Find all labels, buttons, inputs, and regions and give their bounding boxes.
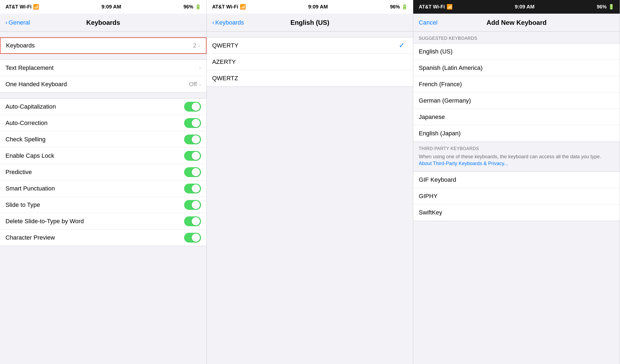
third-party-keyboards-group: GIF Keyboard GIPHY SwiftKey: [413, 171, 620, 221]
character-preview-toggle[interactable]: [184, 233, 201, 243]
check-spelling-row: Check Spelling: [0, 131, 206, 148]
delete-slide-to-type-row: Delete Slide-to-Type by Word: [0, 213, 206, 229]
one-handed-chevron-icon: ›: [199, 81, 201, 88]
keyboards-chevron-icon: ›: [199, 43, 200, 49]
layout-group: QWERTY ✓ AZERTY QWERTZ: [207, 37, 413, 87]
predictive-toggle[interactable]: [184, 167, 201, 177]
battery-icon-3: 🔋: [608, 4, 614, 10]
third-party-description: When using one of these keyboards, the k…: [419, 154, 601, 159]
smart-punctuation-row: Smart Punctuation: [0, 180, 206, 197]
time-1: 9:09 AM: [101, 4, 121, 10]
swiftkey-label: SwiftKey: [419, 209, 614, 216]
japanese-row[interactable]: Japanese: [413, 109, 620, 125]
qwerty-row[interactable]: QWERTY ✓: [207, 37, 413, 54]
battery-icon-2: 🔋: [401, 4, 408, 10]
panel-keyboards-settings: AT&T Wi-Fi 📶 9:09 AM 96% 🔋 ‹ General Key…: [0, 0, 207, 364]
auto-correction-toggle[interactable]: [184, 118, 201, 128]
back-to-general-label: General: [8, 19, 30, 26]
german-germany-row[interactable]: German (Germany): [413, 93, 620, 109]
status-bar-left-2: AT&T Wi-Fi 📶: [212, 4, 246, 10]
suggested-keyboards-group: English (US) Spanish (Latin America) Fre…: [413, 43, 620, 142]
status-bar-1: AT&T Wi-Fi 📶 9:09 AM 96% 🔋: [0, 0, 206, 14]
french-france-row[interactable]: French (France): [413, 76, 620, 93]
english-japan-label: English (Japan): [419, 130, 614, 137]
gif-keyboard-row[interactable]: GIF Keyboard: [413, 172, 620, 188]
keyboards-section: Keyboards 2 ›: [0, 37, 206, 54]
auto-correction-label: Auto-Correction: [5, 120, 184, 127]
enable-caps-lock-label: Enable Caps Lock: [5, 152, 184, 159]
azerty-row[interactable]: AZERTY: [207, 54, 413, 70]
status-bar-right-1: 96% 🔋: [184, 4, 201, 10]
back-to-keyboards-button[interactable]: ‹ Keyboards: [212, 19, 244, 26]
nav-title-2: English (US): [290, 19, 329, 26]
one-handed-keyboard-label: One Handed Keyboard: [5, 81, 189, 88]
back-to-general-button[interactable]: ‹ General: [5, 19, 30, 26]
carrier-3: AT&T Wi-Fi: [419, 4, 445, 10]
smart-punctuation-toggle[interactable]: [184, 184, 201, 193]
status-bar-right-2: 96% 🔋: [390, 4, 408, 10]
giphy-row[interactable]: GIPHY: [413, 188, 620, 204]
suggested-keyboards-header: SUGGESTED KEYBOARDS: [413, 32, 620, 43]
battery-3: 96%: [597, 4, 607, 10]
enable-caps-lock-toggle[interactable]: [184, 151, 201, 161]
delete-slide-to-type-label: Delete Slide-to-Type by Word: [5, 218, 184, 225]
text-replacement-chevron-icon: ›: [199, 65, 201, 71]
qwertz-label: QWERTZ: [212, 75, 408, 82]
qwerty-label: QWERTY: [212, 42, 399, 49]
back-chevron-icon-2: ‹: [212, 19, 214, 26]
carrier-2: AT&T Wi-Fi: [212, 4, 238, 10]
status-bar-2: AT&T Wi-Fi 📶 9:09 AM 96% 🔋: [207, 0, 413, 14]
character-preview-label: Character Preview: [5, 234, 184, 241]
character-preview-row: Character Preview: [0, 229, 206, 246]
azerty-label: AZERTY: [212, 58, 408, 65]
cancel-button[interactable]: Cancel: [419, 19, 437, 26]
text-replacement-section: Text Replacement › One Handed Keyboard O…: [0, 59, 206, 93]
swiftkey-row[interactable]: SwiftKey: [413, 204, 620, 221]
french-france-label: French (France): [419, 81, 614, 88]
panel-add-new-keyboard: AT&T Wi-Fi 📶 9:09 AM 96% 🔋 Cancel Add Ne…: [413, 0, 620, 364]
text-replacement-label: Text Replacement: [5, 64, 199, 71]
settings-scroll-area[interactable]: Keyboards 2 › Text Replacement › One Han…: [0, 32, 206, 364]
battery-2: 96%: [390, 4, 400, 10]
status-bar-left-1: AT&T Wi-Fi 📶: [5, 4, 39, 10]
auto-correction-row: Auto-Correction: [0, 115, 206, 131]
back-chevron-icon-1: ‹: [5, 19, 7, 26]
auto-capitalization-toggle[interactable]: [184, 102, 201, 112]
qwertz-row[interactable]: QWERTZ: [207, 70, 413, 86]
nav-bar-3: Cancel Add New Keyboard: [413, 14, 620, 32]
nav-bar-1: ‹ General Keyboards: [0, 14, 206, 32]
check-spelling-toggle[interactable]: [184, 135, 201, 144]
third-party-header: THIRD-PARTY KEYBOARDS: [419, 146, 614, 151]
one-handed-keyboard-value: Off: [189, 81, 197, 88]
keyboards-row-label: Keyboards: [6, 42, 193, 49]
predictive-label: Predictive: [5, 169, 184, 176]
third-party-info-box: THIRD-PARTY KEYBOARDS When using one of …: [413, 142, 620, 171]
battery-icon-1: 🔋: [195, 4, 201, 10]
keyboards-row[interactable]: Keyboards 2 ›: [0, 37, 206, 54]
back-to-keyboards-label: Keyboards: [215, 19, 244, 26]
status-bar-left-3: AT&T Wi-Fi 📶: [419, 4, 452, 10]
spanish-latin-america-label: Spanish (Latin America): [419, 64, 614, 71]
english-japan-row[interactable]: English (Japan): [413, 125, 620, 142]
time-2: 9:09 AM: [308, 4, 328, 10]
auto-capitalization-row: Auto-Capitalization: [0, 99, 206, 115]
wifi-icon-1: 📶: [33, 4, 39, 10]
english-us-suggested-label: English (US): [419, 48, 614, 55]
one-handed-keyboard-row[interactable]: One Handed Keyboard Off ›: [0, 76, 206, 93]
wifi-icon-2: 📶: [240, 4, 246, 10]
slide-to-type-toggle[interactable]: [184, 200, 201, 210]
carrier-1: AT&T Wi-Fi: [5, 4, 31, 10]
add-keyboard-scroll-area[interactable]: SUGGESTED KEYBOARDS English (US) Spanish…: [413, 32, 620, 364]
third-party-link[interactable]: About Third-Party Keyboards & Privacy...: [419, 161, 508, 166]
slide-to-type-row: Slide to Type: [0, 197, 206, 213]
qwerty-checkmark-icon: ✓: [399, 41, 405, 50]
panel-english-us: AT&T Wi-Fi 📶 9:09 AM 96% 🔋 ‹ Keyboards E…: [207, 0, 414, 364]
slide-to-type-label: Slide to Type: [5, 201, 184, 208]
toggles-section: Auto-Capitalization Auto-Correction Chec…: [0, 98, 206, 246]
english-us-suggested-row[interactable]: English (US): [413, 43, 620, 60]
nav-bar-2: ‹ Keyboards English (US): [207, 14, 413, 32]
spanish-latin-america-row[interactable]: Spanish (Latin America): [413, 60, 620, 76]
status-bar-3: AT&T Wi-Fi 📶 9:09 AM 96% 🔋: [413, 0, 620, 14]
text-replacement-row[interactable]: Text Replacement ›: [0, 60, 206, 76]
delete-slide-to-type-toggle[interactable]: [184, 216, 201, 226]
